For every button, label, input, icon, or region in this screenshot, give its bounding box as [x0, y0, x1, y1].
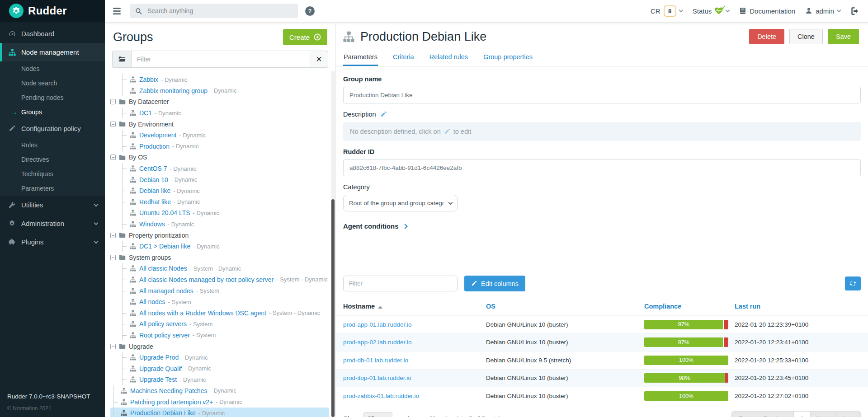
scrollbar-track[interactable] — [331, 71, 335, 417]
group-link[interactable]: Production Debian Like — [130, 409, 196, 417]
tree-group-item[interactable]: Redhat like- Dynamic — [119, 197, 329, 208]
group-link[interactable]: Upgrade Test — [139, 376, 177, 383]
sidebar-item-node-management[interactable]: Node management — [0, 43, 105, 61]
group-link[interactable]: Debian 10 — [139, 176, 168, 183]
group-link[interactable]: Upgrade Qualif — [139, 365, 182, 372]
tree-group-item[interactable]: Debian 10- Dynamic — [119, 174, 329, 185]
page-size-select[interactable]: 25 — [363, 412, 392, 417]
page-button-first[interactable]: First — [732, 412, 757, 417]
tree-group-item[interactable]: DC1- Dynamic — [119, 108, 329, 119]
delete-button[interactable]: Delete — [749, 29, 784, 44]
compliance-bar[interactable]: 97% — [644, 320, 728, 329]
tree-folder[interactable]: –Property prioritization — [110, 230, 329, 241]
tab-group-properties[interactable]: Group properties — [483, 51, 533, 66]
sidebar-item-nodes[interactable]: Nodes — [0, 61, 105, 76]
tree-folder[interactable]: –Upgrade — [110, 341, 329, 352]
hostname-link[interactable]: prod-zabbix-01.lab.rudder.io — [343, 393, 419, 399]
table-filter-input[interactable] — [343, 276, 458, 291]
tree-group-item[interactable]: Windows- Dynamic — [119, 219, 329, 230]
tree-group-item[interactable]: Patching prod tartempion v2+- Dynamic — [110, 396, 329, 408]
group-link[interactable]: Zabbix — [139, 76, 158, 83]
tree-group-item[interactable]: Upgrade Prod- Dynamic — [119, 352, 329, 363]
tree-group-item[interactable]: Machines Needing Patches- Dynamic — [110, 385, 329, 397]
tree-group-item[interactable]: All nodes with a Rudder Windows DSC agen… — [119, 307, 329, 319]
tree-group-item[interactable]: DC1 > Debian like- Dynamic — [119, 241, 329, 252]
sidebar-item-node-search[interactable]: Node search — [0, 76, 105, 90]
hostname-link[interactable]: prod-itop-01.lab.rudder.io — [343, 375, 411, 381]
group-link[interactable]: DC1 > Debian like — [139, 243, 190, 250]
sidebar-item-parameters[interactable]: Parameters — [0, 181, 105, 196]
documentation-link[interactable]: Documentation — [739, 7, 795, 15]
compliance-bar[interactable]: 100% — [644, 356, 728, 365]
group-link[interactable]: All classic Nodes managed by root policy… — [139, 276, 274, 283]
group-link[interactable]: All policy servers — [139, 320, 187, 328]
tree-group-item[interactable]: Zabbix- Dynamic — [119, 74, 329, 85]
hostname-link[interactable]: prod-db-01.lab.rudder.io — [343, 357, 408, 364]
compliance-bar[interactable]: 98% — [644, 373, 728, 383]
tree-filter-input[interactable] — [131, 51, 310, 68]
hostname-link[interactable]: prod-app-02.lab.rudder.io — [343, 339, 412, 346]
column-header-hostname[interactable]: Hostname — [336, 297, 479, 316]
tree-group-item[interactable]: Production Debian Like- Dynamic — [110, 408, 329, 417]
tree-group-item[interactable]: All classic Nodes managed by root policy… — [119, 274, 329, 286]
clear-filter-button[interactable]: ✕ — [310, 51, 328, 68]
tree-group-item[interactable]: CentOS 7- Dynamic — [119, 163, 329, 174]
page-button-next[interactable]: Next — [811, 412, 836, 417]
group-link[interactable]: Root policy server — [139, 332, 190, 339]
sidebar-item-plugins[interactable]: Plugins — [0, 233, 105, 251]
group-link[interactable]: Machines Needing Patches — [130, 387, 207, 394]
tree-group-item[interactable]: Zabbix monitoring group- Dynamic — [119, 85, 329, 97]
tree-group-item[interactable]: All classic Nodes- System - Dynamic — [119, 263, 329, 274]
clone-button[interactable]: Clone — [789, 29, 823, 44]
description-placeholder-box[interactable]: No description defined, click on to edit — [343, 122, 861, 141]
tree-group-item[interactable]: Root policy server- System — [119, 330, 329, 341]
tab-criteria[interactable]: Criteria — [392, 51, 415, 66]
column-header-compliance[interactable]: Compliance — [637, 297, 727, 316]
tree-group-item[interactable]: Production- Dynamic — [119, 141, 329, 152]
status-dropdown[interactable]: Status ✓ — [693, 7, 730, 15]
group-link[interactable]: Patching prod tartempion v2+ — [130, 398, 213, 406]
folder-filter-button[interactable] — [112, 51, 131, 68]
collapse-toggle-icon[interactable]: – — [110, 255, 116, 260]
column-header-last-run[interactable]: Last run — [727, 297, 868, 316]
group-link[interactable]: CentOS 7 — [139, 165, 167, 172]
refresh-button[interactable] — [845, 276, 861, 290]
group-link[interactable]: Redhat like — [139, 198, 171, 206]
sidebar-item-techniques[interactable]: Techniques — [0, 167, 105, 181]
group-link[interactable]: All classic Nodes — [139, 265, 187, 272]
page-button-last[interactable]: Last — [836, 412, 860, 417]
group-link[interactable]: Development — [139, 131, 177, 139]
page-button-1[interactable]: 1 — [794, 412, 811, 417]
collapse-toggle-icon[interactable]: – — [110, 155, 116, 160]
compliance-bar[interactable]: 100% — [644, 391, 728, 401]
logout-icon[interactable] — [850, 7, 859, 15]
user-dropdown[interactable]: admin — [805, 7, 840, 15]
group-link[interactable]: All nodes with a Rudder Windows DSC agen… — [139, 309, 266, 317]
tree-folder[interactable]: –By Datacenter — [110, 96, 329, 108]
sidebar-item-rules[interactable]: Rules — [0, 138, 105, 152]
group-link[interactable]: Upgrade Prod — [139, 354, 179, 361]
tab-parameters[interactable]: Parameters — [343, 51, 378, 66]
edit-columns-button[interactable]: Edit columns — [464, 276, 525, 291]
collapse-toggle-icon[interactable]: – — [110, 122, 116, 127]
create-group-button[interactable]: Create — [283, 29, 327, 45]
tree-group-item[interactable]: Ununtu 20.04 LTS- Dynamic — [119, 207, 329, 219]
compliance-bar[interactable]: 97% — [644, 337, 728, 347]
collapse-toggle-icon[interactable]: – — [110, 233, 116, 238]
column-header-os[interactable]: OS — [479, 297, 637, 316]
group-name-input[interactable] — [343, 87, 861, 103]
group-link[interactable]: Ununtu 20.04 LTS — [139, 209, 190, 216]
sidebar-item-groups[interactable]: →Groups — [0, 105, 105, 119]
tab-related-rules[interactable]: Related rules — [429, 51, 468, 66]
save-button[interactable]: Save — [828, 29, 859, 44]
group-link[interactable]: Zabbix monitoring group — [139, 87, 208, 94]
scrollbar-thumb[interactable] — [331, 199, 335, 417]
collapse-toggle-icon[interactable]: – — [110, 99, 116, 104]
group-link[interactable]: Production — [139, 143, 170, 150]
tree-group-item[interactable]: All policy servers- System — [119, 319, 329, 330]
group-link[interactable]: DC1 — [139, 109, 152, 117]
tree-group-item[interactable]: Upgrade Qualif- Dynamic — [119, 363, 329, 374]
sidebar-item-administration[interactable]: Administration — [0, 214, 105, 233]
category-select[interactable]: Root of the group and group categories — [343, 195, 458, 211]
agent-conditions-toggle[interactable]: Agent conditions — [343, 222, 861, 230]
